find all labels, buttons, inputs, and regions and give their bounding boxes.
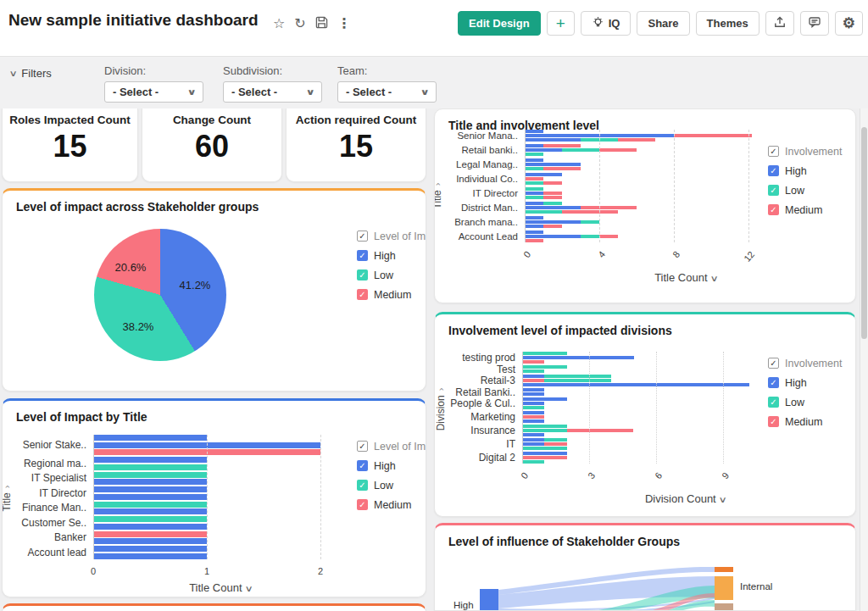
bar-segment[interactable]: [525, 220, 581, 224]
category-label[interactable]: testing prod: [435, 352, 515, 364]
bar-segment[interactable]: [522, 356, 634, 359]
bar-segment[interactable]: [543, 144, 581, 147]
bar-segment[interactable]: [525, 235, 581, 238]
subdivision-select[interactable]: - Select - ∨: [223, 81, 322, 103]
save-icon[interactable]: [315, 16, 328, 32]
bar-segment[interactable]: [522, 460, 544, 464]
legend-series-toggle[interactable]: ✓Involvement: [768, 353, 842, 373]
bar-segment[interactable]: [93, 538, 207, 544]
bar-segment[interactable]: [522, 392, 544, 396]
bar-segment[interactable]: [525, 144, 543, 147]
checkbox-checked-icon[interactable]: ✓: [768, 397, 779, 408]
bar-segment[interactable]: [522, 419, 544, 423]
category-label[interactable]: Retail Banki..: [435, 388, 515, 396]
bar-segment[interactable]: [525, 158, 543, 162]
checkbox-checked-icon[interactable]: ✓: [768, 358, 779, 369]
category-label[interactable]: Retail-3: [435, 375, 515, 386]
bar-segment[interactable]: [93, 546, 207, 552]
bar-segment[interactable]: [525, 216, 543, 219]
bar-segment[interactable]: [525, 177, 543, 181]
checkbox-checked-icon[interactable]: ✓: [768, 377, 779, 388]
bar-segment[interactable]: [525, 196, 543, 199]
category-label[interactable]: Retail banki..: [435, 144, 518, 156]
category-label[interactable]: Senior Mana..: [435, 130, 518, 142]
kpi-card-roles-impacted[interactable]: Roles Impacted Count 15: [2, 108, 138, 182]
bar-segment[interactable]: [543, 192, 562, 195]
bar-segment[interactable]: [525, 231, 543, 234]
bar-segment[interactable]: [522, 429, 567, 432]
checkbox-checked-icon[interactable]: ✓: [357, 269, 368, 281]
category-label[interactable]: Banker: [3, 531, 86, 545]
checkbox-checked-icon[interactable]: ✓: [357, 289, 368, 300]
checkbox-checked-icon[interactable]: ✓: [357, 480, 368, 491]
bar-segment[interactable]: [93, 494, 207, 500]
bar-segment[interactable]: [522, 447, 567, 450]
bar-segment[interactable]: [93, 508, 207, 514]
legend-item-low[interactable]: ✓Low: [357, 265, 426, 285]
bar-segment[interactable]: [525, 167, 543, 170]
bar-segment[interactable]: [599, 235, 618, 238]
bar-segment[interactable]: [525, 173, 562, 176]
legend-item-medium[interactable]: ✓Medium: [357, 285, 426, 304]
bar-segment[interactable]: [562, 210, 618, 214]
checkbox-checked-icon[interactable]: ✓: [357, 250, 368, 261]
checkbox-checked-icon[interactable]: ✓: [357, 231, 368, 242]
settings-button[interactable]: ⚙: [835, 11, 863, 36]
category-label[interactable]: Account Lead: [435, 231, 518, 242]
bar-segment[interactable]: [562, 148, 599, 152]
legend-item-high[interactable]: ✓High: [357, 246, 426, 265]
bar-segment[interactable]: [525, 210, 562, 214]
bar-segment[interactable]: [522, 375, 544, 378]
bar-segment[interactable]: [544, 442, 566, 446]
category-label[interactable]: Finance Man..: [3, 502, 86, 515]
bar-segment[interactable]: [544, 438, 566, 442]
checkbox-checked-icon[interactable]: ✓: [768, 204, 779, 215]
bar-segment[interactable]: [93, 516, 207, 522]
division-select[interactable]: - Select - ∨: [104, 81, 203, 103]
bar-segment[interactable]: [525, 225, 543, 228]
bar-segment[interactable]: [581, 206, 637, 209]
legend-series-toggle[interactable]: ✓Involvement: [768, 142, 842, 161]
checkbox-checked-icon[interactable]: ✓: [357, 441, 368, 452]
bar-segment[interactable]: [525, 202, 543, 205]
category-label[interactable]: IT Specialist: [3, 472, 86, 486]
checkbox-checked-icon[interactable]: ✓: [768, 416, 779, 427]
category-label[interactable]: Branch mana..: [435, 216, 518, 228]
checkbox-checked-icon[interactable]: ✓: [357, 460, 368, 471]
checkbox-checked-icon[interactable]: ✓: [768, 185, 779, 196]
themes-button[interactable]: Themes: [696, 11, 760, 36]
x-axis-label[interactable]: Title Count∨: [525, 271, 847, 284]
checkbox-checked-icon[interactable]: ✓: [768, 146, 779, 157]
bar-segment[interactable]: [522, 388, 544, 392]
legend-item-medium[interactable]: ✓Medium: [768, 200, 842, 219]
bar-segment[interactable]: [522, 360, 544, 364]
category-label[interactable]: IT Director: [3, 486, 86, 500]
category-label[interactable]: District Man..: [435, 202, 518, 214]
category-label[interactable]: Digital 2: [435, 452, 515, 464]
sankey-node[interactable]: [715, 603, 733, 611]
bar-segment[interactable]: [522, 442, 544, 446]
bar-segment[interactable]: [525, 239, 543, 242]
bar-segment[interactable]: [522, 433, 544, 436]
bar-segment[interactable]: [93, 435, 207, 441]
bar-segment[interactable]: [522, 402, 544, 405]
category-label[interactable]: Insurance: [435, 425, 515, 436]
bar-segment[interactable]: [525, 187, 543, 191]
bar-segment[interactable]: [522, 438, 544, 442]
bar-segment[interactable]: [674, 134, 752, 137]
bar-segment[interactable]: [522, 397, 567, 401]
share-button[interactable]: Share: [637, 11, 689, 36]
legend-item-low[interactable]: ✓Low: [768, 392, 842, 412]
vertical-scrollbar[interactable]: [860, 108, 868, 611]
bar-segment[interactable]: [522, 383, 749, 386]
bar-segment[interactable]: [525, 148, 562, 152]
bar-segment[interactable]: [522, 456, 567, 459]
bar-segment[interactable]: [581, 235, 599, 238]
category-label[interactable]: Marketing: [435, 411, 515, 423]
kpi-card-action-required[interactable]: Action required Count 15: [286, 108, 426, 182]
comments-button[interactable]: [800, 11, 829, 36]
bar-segment[interactable]: [543, 202, 562, 205]
legend-item-medium[interactable]: ✓Medium: [768, 412, 842, 431]
bar-segment[interactable]: [522, 379, 544, 382]
bar-segment[interactable]: [543, 181, 562, 185]
